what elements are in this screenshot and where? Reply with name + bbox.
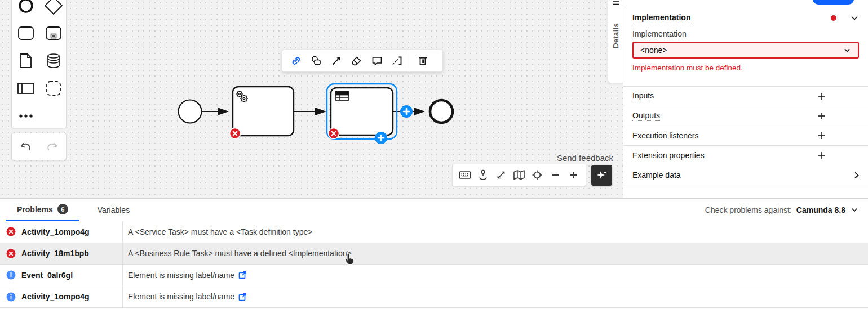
primary-action-button[interactable] — [813, 0, 854, 5]
implementation-select[interactable]: <none> — [632, 42, 859, 59]
section-inputs[interactable]: Inputs — [623, 87, 868, 106]
external-link-icon[interactable] — [238, 271, 247, 279]
add-annotation-button[interactable] — [367, 52, 387, 70]
plus-icon — [817, 111, 826, 120]
add-input-button[interactable] — [817, 92, 826, 101]
connect-arrow-icon — [330, 55, 343, 67]
palette-group[interactable] — [39, 74, 67, 102]
problems-tab-bar: Problems 6 Variables Check problems agai… — [0, 199, 868, 221]
context-pad — [282, 50, 443, 72]
zoom-in-button[interactable] — [566, 168, 581, 182]
redo-button[interactable] — [46, 141, 59, 153]
connect-button[interactable] — [326, 52, 347, 70]
section-extension-properties[interactable]: Extension properties — [623, 146, 868, 165]
group-icon — [46, 80, 61, 96]
problem-element-id: Activity_1ompo4g — [21, 292, 122, 301]
connect-annotation-button[interactable] — [387, 52, 408, 70]
panel-toggle-button[interactable] — [608, 0, 623, 7]
end-event-icon — [17, 0, 34, 14]
keyboard-shortcuts-button[interactable] — [458, 168, 472, 182]
tab-problems[interactable]: Problems 6 — [6, 199, 79, 221]
hand-tool-button[interactable] — [476, 168, 490, 182]
add-output-button[interactable] — [817, 111, 826, 120]
canvas-toolbar — [453, 164, 586, 186]
palette-subprocess[interactable] — [39, 19, 67, 47]
problem-message: Element is missing label/name — [128, 292, 234, 301]
palette-participant[interactable] — [12, 74, 39, 102]
sparkle-icon — [595, 169, 609, 182]
minus-icon — [550, 170, 560, 180]
undo-icon — [19, 141, 32, 153]
problem-row[interactable]: Activity_18m1bpb A <Business Rule Task> … — [0, 243, 868, 265]
plus-icon — [568, 170, 578, 180]
open-example-data-button[interactable] — [852, 171, 861, 180]
task-icon — [17, 26, 34, 41]
tab-details[interactable]: Details — [612, 23, 620, 48]
append-element-button[interactable] — [400, 105, 413, 118]
redo-icon — [46, 141, 59, 153]
business-rule-table-icon — [336, 92, 348, 100]
reset-viewport-button[interactable] — [530, 168, 544, 182]
section-outputs-label: Outputs — [632, 111, 660, 121]
error-icon — [0, 249, 21, 258]
data-object-icon — [19, 53, 33, 69]
implementation-section-header[interactable]: Implementation — [632, 11, 859, 25]
section-execution-listeners[interactable]: Execution listeners — [623, 126, 868, 146]
problem-row[interactable]: Activity_1ompo4g A <Service Task> must h… — [0, 221, 868, 243]
add-extension-property-button[interactable] — [817, 151, 826, 160]
section-outputs[interactable]: Outputs — [623, 106, 868, 126]
palette-gateway[interactable] — [39, 0, 67, 19]
check-against-label: Check problems against: — [705, 205, 792, 214]
palette-end-event[interactable] — [12, 0, 39, 19]
select-chevron-icon — [843, 46, 851, 54]
ai-assistant-button[interactable] — [591, 165, 612, 186]
palette-task[interactable] — [12, 19, 39, 47]
properties-panel: Implementation Implementation <none> Imp… — [623, 0, 868, 198]
zoom-out-button[interactable] — [548, 168, 563, 182]
plus-icon — [817, 92, 826, 101]
external-link-icon[interactable] — [238, 293, 247, 301]
crosshair-icon — [532, 169, 543, 181]
send-feedback-link[interactable]: Send feedback — [541, 153, 613, 163]
palette-data-store[interactable] — [39, 47, 67, 74]
brush-icon — [351, 55, 363, 67]
trash-icon — [417, 55, 429, 67]
subprocess-icon — [45, 26, 62, 41]
section-extension-properties-label: Extension properties — [632, 151, 705, 160]
problem-row[interactable]: Event_0alr6gl Element is missing label/n… — [0, 265, 868, 286]
palette-more-tools[interactable] — [12, 102, 39, 129]
tab-variables[interactable]: Variables — [98, 205, 130, 214]
bpmn-canvas[interactable]: Send feedback — [0, 0, 623, 198]
ellipsis-icon — [19, 114, 33, 118]
delete-button[interactable] — [413, 52, 433, 70]
append-element-button[interactable] — [306, 52, 326, 70]
append-corner-button[interactable] — [375, 132, 387, 144]
implementation-section-title: Implementation — [632, 13, 690, 23]
undo-button[interactable] — [19, 141, 32, 153]
end-event-shape[interactable] — [430, 100, 453, 123]
section-example-data[interactable]: Example data — [623, 165, 868, 185]
fit-viewport-icon — [495, 169, 507, 181]
check-problems-against-select[interactable]: Check problems against: Camunda 8.8 — [705, 199, 859, 221]
palette-data-object[interactable] — [12, 47, 39, 74]
problem-row[interactable]: Activity_1ompo4g Element is missing labe… — [0, 286, 868, 308]
set-color-button[interactable] — [347, 52, 367, 70]
plus-icon — [817, 151, 826, 160]
minimap-button[interactable] — [512, 168, 526, 182]
modeler-window: Send feedback — [0, 0, 868, 309]
check-against-value: Camunda 8.8 — [796, 205, 845, 214]
problem-message: Element is missing label/name — [128, 271, 234, 280]
shapes-icon — [310, 55, 322, 67]
hand-tool-icon — [477, 169, 489, 181]
fit-viewport-button[interactable] — [494, 168, 508, 182]
chevron-down-icon[interactable] — [850, 14, 859, 23]
problems-count-badge: 6 — [57, 204, 68, 214]
plus-icon — [817, 131, 826, 140]
link-button[interactable] — [286, 52, 306, 70]
start-event-shape[interactable] — [179, 100, 202, 123]
history-controls — [11, 133, 67, 160]
section-execution-listeners-label: Execution listeners — [632, 131, 699, 140]
gateway-icon — [44, 0, 63, 15]
add-execution-listener-button[interactable] — [817, 131, 826, 140]
element-palette — [11, 0, 67, 128]
